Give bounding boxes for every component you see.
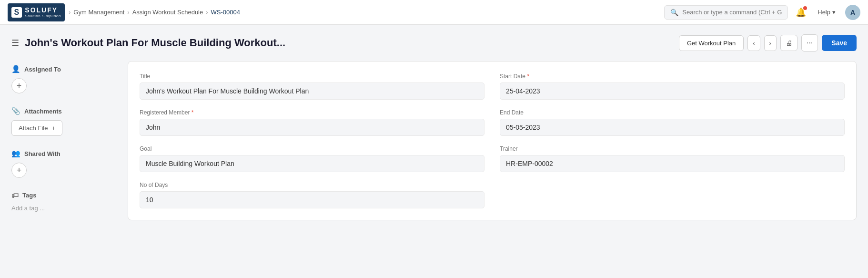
logo-letter: S [11, 7, 22, 18]
attachments-label: Attachments [24, 108, 62, 115]
logo[interactable]: S SOLUFY Solution Simplified [8, 3, 65, 21]
no-of-days-label: No of Days [140, 182, 484, 188]
registered-member-label: Registered Member * [140, 109, 484, 116]
main-layout: 👤 Assigned To + 📎 Attachments Attach Fil… [11, 61, 857, 220]
start-date-group: Start Date * [500, 73, 845, 100]
page-actions: Get Workout Plan ‹ › 🖨 ··· Save [679, 34, 857, 51]
hamburger-icon[interactable]: ☰ [11, 38, 19, 48]
people-icon: 👥 [11, 149, 20, 158]
page-title: John's Workout Plan For Muscle Building … [25, 37, 285, 49]
tags-section: 🏷 Tags Add a tag ... [11, 191, 116, 212]
no-of-days-group: No of Days [140, 182, 484, 208]
top-navigation: S SOLUFY Solution Simplified › Gym Manag… [0, 0, 868, 25]
logo-name: SOLUFY [25, 6, 58, 14]
help-label: Help [818, 9, 830, 16]
sidebar: 👤 Assigned To + 📎 Attachments Attach Fil… [11, 61, 116, 220]
trainer-input[interactable] [500, 155, 845, 172]
page-header: ☰ John's Workout Plan For Muscle Buildin… [11, 34, 857, 51]
form-grid: Title Start Date * Registered Member * [140, 73, 845, 208]
page-title-area: ☰ John's Workout Plan For Muscle Buildin… [11, 37, 285, 49]
tag-icon: 🏷 [11, 191, 19, 199]
person-icon: 👤 [11, 65, 20, 73]
attachments-section: 📎 Attachments Attach File + [11, 107, 116, 136]
goal-group: Goal [140, 145, 484, 172]
attach-file-label: Attach File [19, 124, 48, 132]
goal-label: Goal [140, 145, 484, 152]
next-button[interactable]: › [764, 35, 777, 51]
registered-member-required: * [192, 109, 194, 116]
add-assigned-to-button[interactable]: + [11, 78, 27, 93]
trainer-label: Trainer [500, 145, 845, 152]
save-button[interactable]: Save [822, 35, 857, 51]
add-tag-link[interactable]: Add a tag ... [11, 205, 45, 212]
attach-file-button[interactable]: Attach File + [11, 120, 62, 136]
start-date-required: * [527, 73, 529, 80]
assigned-to-section: 👤 Assigned To + [11, 65, 116, 93]
title-input[interactable] [140, 82, 484, 100]
search-input[interactable] [682, 9, 782, 16]
attach-file-plus-icon: + [51, 124, 55, 132]
logo-tagline: Solution Simplified [25, 14, 61, 18]
registered-member-input[interactable] [140, 119, 484, 136]
start-date-input[interactable] [500, 82, 845, 100]
assigned-to-label: Assigned To [24, 66, 61, 73]
no-of-days-input[interactable] [140, 191, 484, 208]
add-shared-with-button[interactable]: + [11, 163, 27, 178]
prev-button[interactable]: ‹ [747, 35, 760, 51]
registered-member-group: Registered Member * [140, 109, 484, 136]
print-button[interactable]: 🖨 [780, 35, 797, 51]
search-bar[interactable]: 🔍 [664, 5, 788, 20]
nav-left: S SOLUFY Solution Simplified › Gym Manag… [8, 3, 240, 21]
shared-with-section: 👥 Shared With + [11, 149, 116, 178]
paperclip-icon: 📎 [11, 107, 20, 115]
breadcrumb-sep-0: › [69, 9, 71, 16]
breadcrumb-gym-management[interactable]: Gym Management [73, 9, 124, 16]
breadcrumb-ws-id[interactable]: WS-00004 [211, 9, 240, 16]
notification-dot [803, 6, 807, 10]
notification-button[interactable]: 🔔 [794, 5, 808, 20]
help-chevron-icon: ▾ [832, 9, 836, 16]
title-group: Title [140, 73, 484, 100]
start-date-label: Start Date * [500, 73, 845, 80]
get-workout-plan-button[interactable]: Get Workout Plan [679, 35, 744, 51]
title-label: Title [140, 73, 484, 80]
search-icon: 🔍 [670, 9, 678, 16]
avatar[interactable]: A [845, 5, 860, 20]
goal-input[interactable] [140, 155, 484, 172]
nav-right: 🔍 🔔 Help ▾ A [664, 5, 860, 20]
breadcrumb-sep-2: › [206, 9, 208, 16]
breadcrumb: › Gym Management › Assign Workout Schedu… [69, 9, 240, 16]
end-date-input[interactable] [500, 119, 845, 136]
breadcrumb-sep-1: › [127, 9, 129, 16]
end-date-label: End Date [500, 109, 845, 116]
form-panel: Title Start Date * Registered Member * [128, 61, 857, 220]
tags-label: Tags [22, 192, 36, 199]
page-content: ☰ John's Workout Plan For Muscle Buildin… [0, 25, 868, 278]
trainer-group: Trainer [500, 145, 845, 172]
end-date-group: End Date [500, 109, 845, 136]
more-options-button[interactable]: ··· [801, 34, 818, 51]
help-button[interactable]: Help ▾ [814, 7, 839, 18]
breadcrumb-assign-workout[interactable]: Assign Workout Schedule [132, 9, 203, 16]
shared-with-label: Shared With [24, 150, 61, 157]
